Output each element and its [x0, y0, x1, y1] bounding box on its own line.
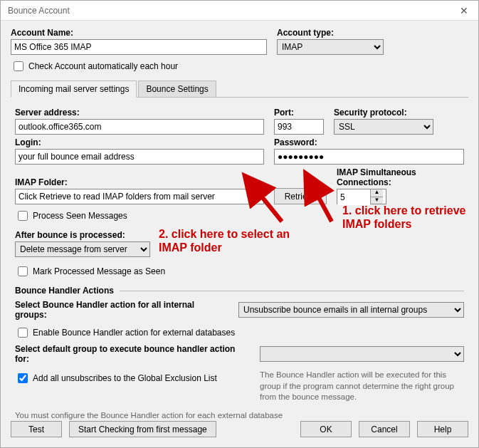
test-button[interactable]: Test [11, 421, 62, 437]
imap-folder-input[interactable] [15, 189, 264, 204]
process-seen-label: Process Seen Messages [33, 211, 127, 221]
mark-processed-checkbox[interactable] [18, 266, 28, 276]
security-label: Security protocol: [334, 108, 433, 118]
handler-section-title: Bounce Handler Actions [15, 286, 114, 296]
stepper-up-icon[interactable]: ▲ [370, 189, 383, 197]
enable-external-checkbox[interactable] [18, 328, 28, 338]
imap-folder-label: IMAP Folder: [15, 177, 264, 187]
add-unsub-label: Add all unsubscribes to the Global Exclu… [33, 373, 217, 383]
login-label: Login: [15, 137, 264, 147]
tab-incoming-body: Server address: Port: Security protocol:… [11, 98, 468, 424]
password-input[interactable] [274, 149, 464, 165]
account-name-input[interactable] [11, 39, 267, 55]
mark-processed-label: Mark Processed Message as Seen [33, 266, 165, 276]
start-checking-button[interactable]: Start Checking from first message [69, 421, 216, 437]
account-name-label: Account Name: [11, 28, 267, 38]
imap-conn-input[interactable] [337, 189, 370, 205]
titlebar: Bounce Account ✕ [1, 1, 478, 21]
account-type-label: Account type: [277, 28, 384, 38]
stepper-down-icon[interactable]: ▼ [370, 197, 383, 204]
dialog-body: Account Name: Account type: IMAP Check A… [1, 21, 478, 429]
login-input[interactable] [15, 149, 264, 165]
internal-action-label: Select Bounce Handler action for all int… [15, 300, 228, 320]
tabbar: Incoming mail server settings Bounce Set… [11, 80, 468, 98]
tab-bounce-settings[interactable]: Bounce Settings [138, 80, 216, 97]
default-group-select[interactable] [260, 346, 464, 362]
dialog-footer: Test Start Checking from first message O… [1, 414, 478, 447]
add-unsub-checkbox[interactable] [18, 373, 28, 383]
window-title: Bounce Account [8, 6, 70, 16]
enable-external-label: Enable Bounce Handler action for externa… [33, 328, 235, 338]
dialog-window: Bounce Account ✕ Account Name: Account t… [0, 0, 479, 448]
auto-check-label: Check Account automatically each hour [28, 61, 178, 71]
imap-conn-label: IMAP Simultaneous Connections: [337, 167, 464, 187]
imap-folder-browse-icon[interactable]: … [252, 190, 261, 201]
after-bounce-label: After bounce is processed: [15, 230, 464, 240]
server-address-label: Server address: [15, 108, 264, 118]
password-label: Password: [274, 137, 464, 147]
imap-conn-stepper[interactable]: ▲ ▼ [337, 189, 386, 204]
account-type-select[interactable]: IMAP [277, 39, 384, 55]
default-group-label: Select default group to execute bounce h… [15, 344, 250, 364]
process-seen-checkbox[interactable] [18, 211, 28, 221]
default-group-hint: The Bounce Handler action will be execut… [260, 370, 464, 403]
after-bounce-select[interactable]: Delete message from server [15, 241, 150, 257]
retrieve-button[interactable]: Retrieve [274, 188, 327, 204]
close-icon[interactable]: ✕ [456, 5, 473, 16]
port-input[interactable] [274, 119, 324, 135]
cancel-button[interactable]: Cancel [359, 421, 410, 437]
divider [120, 291, 464, 291]
help-button[interactable]: Help [417, 421, 468, 437]
internal-action-select[interactable]: Unsubscribe bounce emails in all interna… [238, 302, 464, 318]
tab-incoming[interactable]: Incoming mail server settings [11, 80, 137, 98]
auto-check-checkbox[interactable] [14, 61, 23, 71]
ok-button[interactable]: OK [300, 421, 352, 437]
server-address-input[interactable] [15, 119, 264, 135]
security-select[interactable]: SSL [334, 119, 433, 135]
port-label: Port: [274, 108, 324, 118]
